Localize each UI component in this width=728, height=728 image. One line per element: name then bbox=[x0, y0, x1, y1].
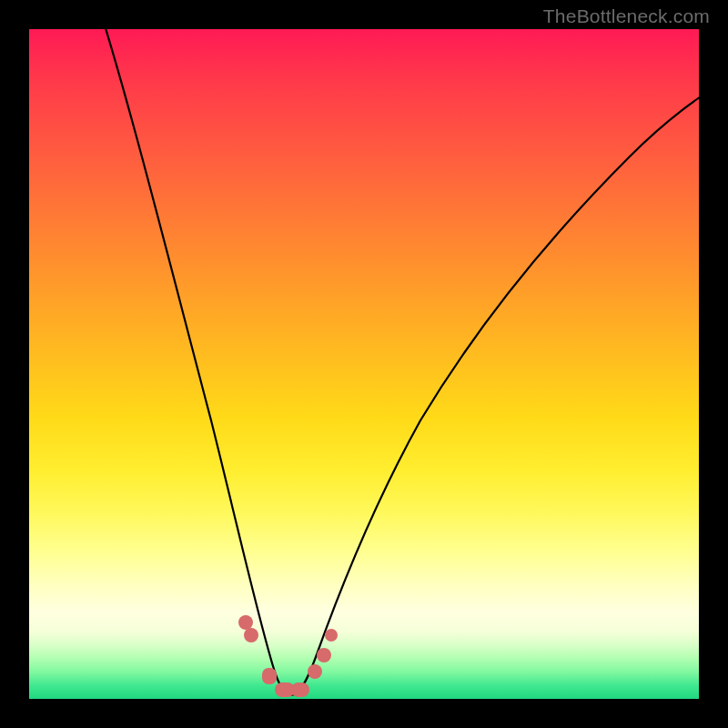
curve-layer bbox=[29, 29, 699, 699]
svg-point-0 bbox=[238, 615, 253, 630]
svg-rect-4 bbox=[291, 682, 309, 697]
svg-point-7 bbox=[325, 629, 338, 642]
plot-area bbox=[29, 29, 699, 699]
svg-point-5 bbox=[308, 664, 322, 679]
watermark-text: TheBottleneck.com bbox=[543, 5, 710, 27]
chart-frame: TheBottleneck.com bbox=[0, 0, 728, 728]
highlighted-points bbox=[238, 615, 338, 697]
svg-rect-2 bbox=[262, 668, 277, 684]
svg-point-1 bbox=[244, 628, 258, 642]
bottleneck-curve bbox=[97, 29, 699, 695]
svg-point-6 bbox=[317, 648, 331, 662]
